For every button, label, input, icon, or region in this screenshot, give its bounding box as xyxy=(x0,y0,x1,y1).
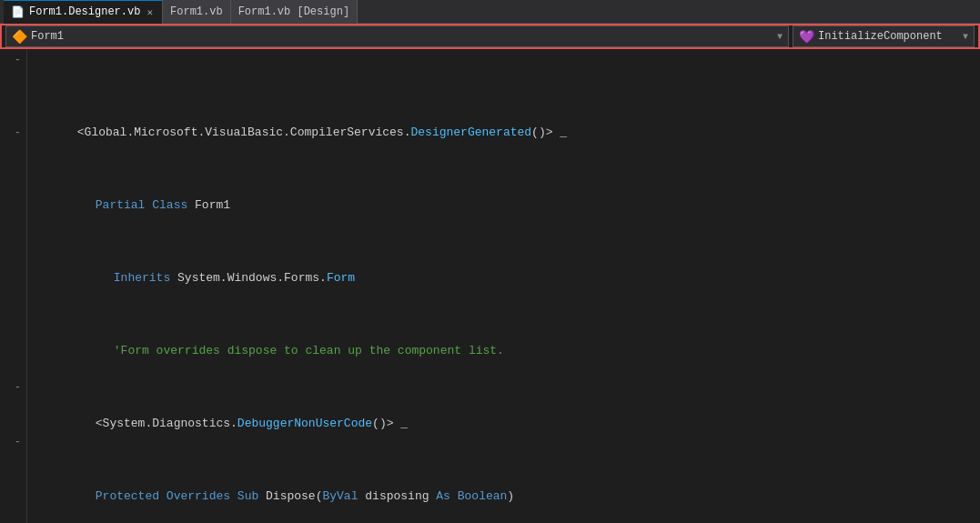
code-area: - - - - <Global.Microsoft.VisualBasic.Co… xyxy=(0,49,980,523)
chevron-down-icon: ▼ xyxy=(963,32,968,42)
chevron-down-icon: ▼ xyxy=(777,32,783,42)
nav-right[interactable]: 💜 InitializeComponent ▼ xyxy=(793,25,975,47)
code-line: <System.Diagnostics.DebuggerNonUserCode(… xyxy=(35,397,980,415)
tab-form1[interactable]: Form1.vb xyxy=(163,0,231,24)
code-line: 'Form overrides dispose to clean up the … xyxy=(35,324,980,342)
nav-left[interactable]: 🔶 Form1 ▼ xyxy=(5,25,789,47)
tab-label: Form1.Designer.vb xyxy=(29,5,140,18)
nav-left-label: Form1 xyxy=(31,30,64,43)
tabs-bar: 📄 Form1.Designer.vb ✕ Form1.vb Form1.vb … xyxy=(0,0,980,24)
method-icon: 💜 xyxy=(799,29,814,45)
tab-label: Form1.vb [Design] xyxy=(238,5,349,18)
nav-bar: 🔶 Form1 ▼ 💜 InitializeComponent ▼ xyxy=(0,24,980,49)
code-line: Inherits System.Windows.Forms.Form xyxy=(35,251,980,269)
code-line: Partial Class Form1 xyxy=(35,178,980,196)
code-content: <Global.Microsoft.VisualBasic.CompilerSe… xyxy=(27,49,980,523)
file-icon: 📄 xyxy=(11,5,25,19)
tab-design[interactable]: Form1.vb [Design] xyxy=(231,0,358,24)
nav-right-label: InitializeComponent xyxy=(818,30,943,43)
tab-label: Form1.vb xyxy=(170,5,223,18)
tab-designer[interactable]: 📄 Form1.Designer.vb ✕ xyxy=(4,0,163,24)
code-line: Protected Overrides Sub Dispose(ByVal di… xyxy=(35,469,980,488)
form-icon: 🔶 xyxy=(12,29,27,45)
code-line: <Global.Microsoft.VisualBasic.CompilerSe… xyxy=(35,106,980,124)
close-icon[interactable]: ✕ xyxy=(145,6,155,18)
line-numbers: - - - - xyxy=(0,49,27,523)
